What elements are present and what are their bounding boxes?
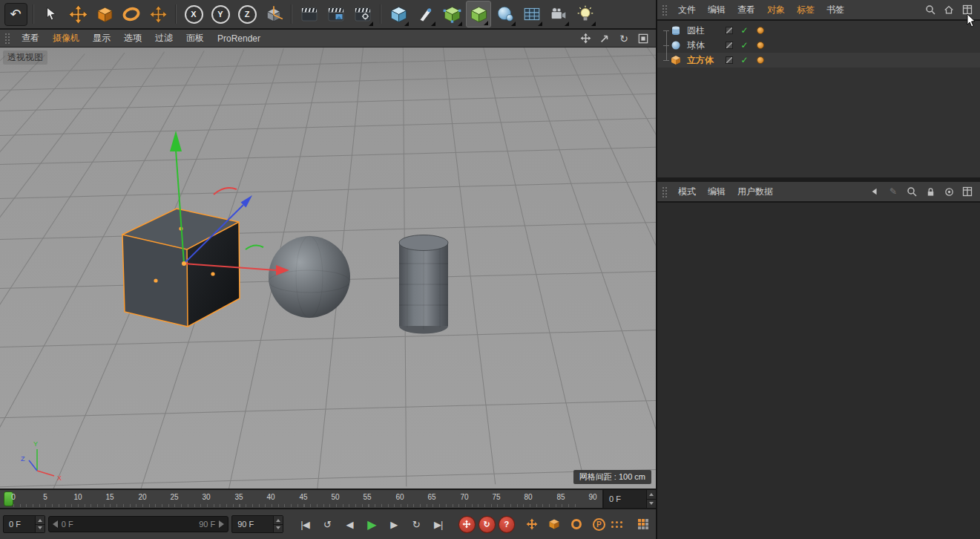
primitive-cube-menu-button[interactable]: [386, 1, 411, 27]
spin-down-button[interactable]: [36, 525, 45, 533]
render-settings-button[interactable]: [350, 1, 375, 27]
range-start-handle[interactable]: [53, 520, 58, 528]
undo-button[interactable]: ↶: [3, 1, 28, 27]
visibility-toggle[interactable]: [726, 27, 733, 34]
object-row-cylinder[interactable]: 圆柱 ✓: [657, 23, 980, 38]
am-menu-edit[interactable]: 编辑: [702, 182, 731, 201]
key-pla-toggle[interactable]: [611, 514, 631, 534]
history-back-button[interactable]: [869, 186, 881, 197]
viewport[interactable]: Y Z X 透视视图 网格间距 : 100 cm: [0, 48, 656, 489]
phong-tag-icon[interactable]: [757, 42, 764, 49]
preview-range-slider[interactable]: 0 F 90 F: [48, 516, 228, 532]
spin-down-button[interactable]: [274, 525, 283, 533]
play-backwards-button[interactable]: ↺: [318, 514, 337, 535]
key-position-toggle[interactable]: [522, 514, 542, 534]
generators-menu-button[interactable]: [466, 1, 491, 27]
range-end-handle[interactable]: [219, 520, 224, 528]
am-search-button[interactable]: [906, 186, 918, 197]
object-manager-list[interactable]: 圆柱 ✓ 球体 ✓ 立方体 ✓: [657, 21, 980, 182]
spin-up-button[interactable]: [647, 490, 656, 500]
target-button[interactable]: [943, 186, 955, 197]
light-menu-button[interactable]: [573, 1, 598, 27]
menu-prorender[interactable]: ProRender: [211, 30, 267, 47]
search-button[interactable]: [924, 4, 936, 16]
render-view-button[interactable]: [297, 1, 322, 27]
phong-tag-icon[interactable]: [757, 56, 764, 64]
phong-tag-icon[interactable]: [757, 27, 764, 34]
visibility-toggle[interactable]: [726, 42, 733, 49]
enable-state-toggle[interactable]: ✓: [740, 25, 749, 36]
next-frame-button[interactable]: ▶: [384, 514, 404, 535]
palette-handle[interactable]: [4, 33, 11, 44]
scene-camera-menu-button[interactable]: [546, 1, 571, 27]
orbit-view-button[interactable]: ↻: [617, 32, 631, 45]
menu-filter[interactable]: 过滤: [148, 30, 180, 47]
palette-handle[interactable]: [662, 4, 668, 16]
gizmo-origin[interactable]: [182, 261, 186, 266]
lock-z-axis-button[interactable]: Z: [234, 1, 260, 27]
scale-tool-button[interactable]: [92, 1, 117, 27]
om-menu-file[interactable]: 文件: [672, 0, 702, 19]
goto-start-button[interactable]: |◀: [295, 514, 315, 535]
keyframe-options-button[interactable]: ?: [499, 516, 516, 533]
recent-tool-button[interactable]: [145, 1, 171, 27]
animation-palette-button[interactable]: [634, 514, 653, 534]
start-frame-field[interactable]: 0 F: [3, 515, 45, 533]
am-menu-userdata[interactable]: 用户数据: [731, 182, 779, 201]
enable-state-toggle[interactable]: ✓: [740, 55, 749, 65]
home-button[interactable]: [943, 4, 955, 16]
play-forwards-button[interactable]: ▶: [362, 514, 381, 535]
edit-pen-button[interactable]: ✎: [887, 186, 899, 197]
spin-up-button[interactable]: [36, 516, 45, 525]
autokeying-button[interactable]: ↻: [479, 516, 496, 533]
maximize-view-button[interactable]: [637, 32, 650, 45]
menu-view[interactable]: 查看: [15, 30, 46, 47]
key-rotation-toggle[interactable]: [567, 514, 586, 534]
timeline-ruler[interactable]: 0 5 10 15 20 25 30 35 40 45 50 55 60 65 …: [0, 490, 602, 508]
object-row-cube[interactable]: 立方体 ✓: [657, 53, 980, 68]
am-menu-mode[interactable]: 模式: [672, 182, 702, 201]
rotate-tool-button[interactable]: [119, 1, 144, 27]
om-menu-view[interactable]: 查看: [731, 0, 761, 19]
menu-camera[interactable]: 摄像机: [46, 30, 86, 47]
subdivision-surface-menu-button[interactable]: [439, 1, 464, 27]
play-mode-button[interactable]: ↻: [407, 514, 426, 535]
om-menu-edit[interactable]: 编辑: [702, 0, 731, 19]
move-tool-button[interactable]: [65, 1, 91, 27]
enable-state-toggle[interactable]: ✓: [740, 40, 749, 50]
viewport-canvas[interactable]: Y Z X: [0, 48, 656, 489]
om-menu-objects[interactable]: 对象: [761, 0, 791, 19]
spin-up-button[interactable]: [274, 516, 283, 525]
om-menu-bookmarks[interactable]: 书签: [820, 0, 850, 19]
current-frame-display[interactable]: 0 F: [602, 490, 656, 508]
menu-panel[interactable]: 面板: [180, 30, 211, 47]
spline-pen-menu-button[interactable]: [412, 1, 438, 27]
array-grid-menu-button[interactable]: [519, 1, 545, 27]
render-to-picture-viewer-button[interactable]: [323, 1, 349, 27]
end-frame-field[interactable]: 90 F: [231, 515, 283, 533]
sphere-object[interactable]: [269, 236, 350, 318]
lock-button[interactable]: [924, 186, 936, 197]
object-row-sphere[interactable]: 球体 ✓: [657, 38, 980, 53]
key-scale-toggle[interactable]: [545, 514, 564, 534]
previous-frame-button[interactable]: ◀: [340, 514, 359, 535]
lock-x-axis-button[interactable]: X: [181, 1, 206, 27]
lock-y-axis-button[interactable]: Y: [208, 1, 233, 27]
am-panel-layout-button[interactable]: [961, 186, 973, 197]
record-keyframes-button[interactable]: [458, 516, 476, 533]
menu-display[interactable]: 显示: [86, 30, 117, 47]
pan-view-button[interactable]: [579, 32, 592, 45]
select-tool-button[interactable]: [39, 1, 64, 27]
zoom-view-button[interactable]: [598, 32, 611, 45]
spin-down-button[interactable]: [647, 500, 656, 509]
coordinate-system-button[interactable]: [261, 1, 286, 27]
palette-handle[interactable]: [662, 186, 668, 197]
metaball-menu-button[interactable]: [493, 1, 518, 27]
attribute-manager-body[interactable]: [657, 203, 980, 539]
cylinder-object[interactable]: [399, 235, 448, 334]
menu-options[interactable]: 选项: [117, 30, 148, 47]
om-menu-tags[interactable]: 标签: [791, 0, 820, 19]
visibility-toggle[interactable]: [726, 56, 733, 64]
key-parameter-toggle[interactable]: P: [589, 514, 608, 534]
goto-end-button[interactable]: ▶|: [429, 514, 448, 535]
